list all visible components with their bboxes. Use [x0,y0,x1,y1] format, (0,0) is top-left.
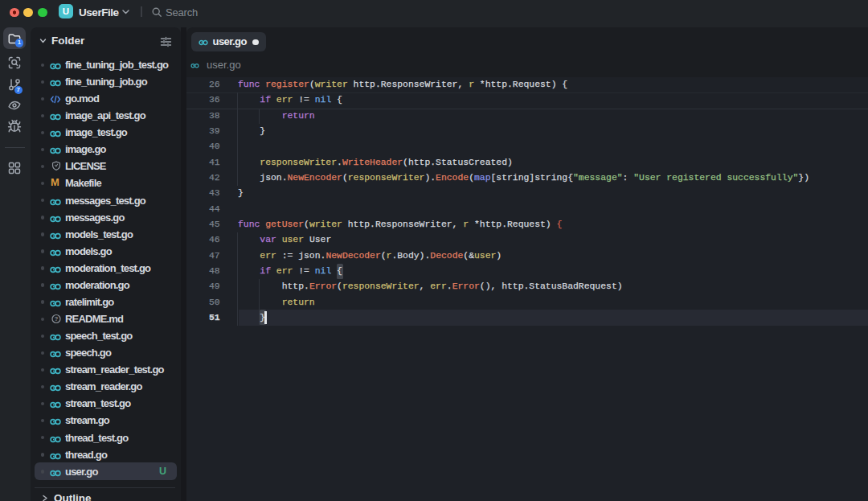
svg-text:?: ? [55,315,59,322]
